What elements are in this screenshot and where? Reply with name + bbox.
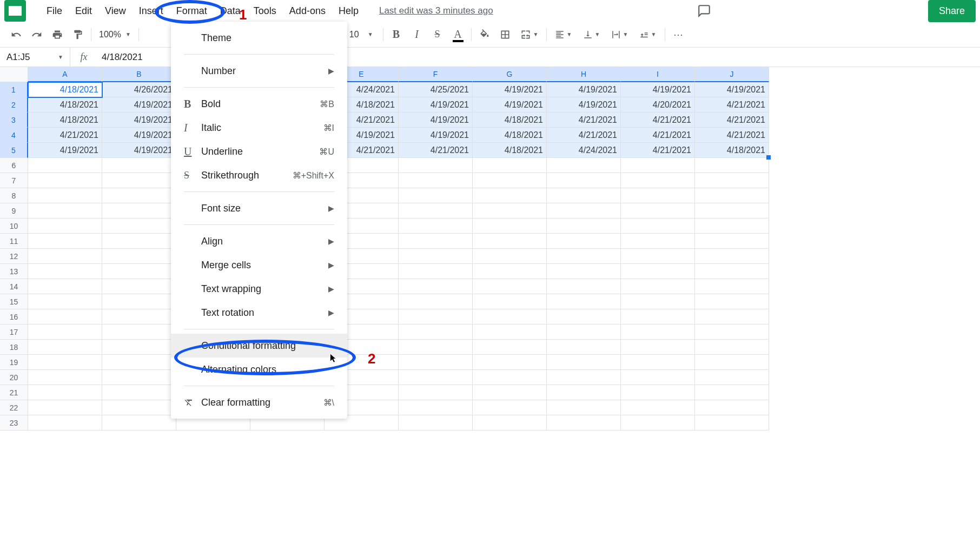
menu-conditional-formatting[interactable]: Conditional formatting xyxy=(171,334,347,358)
cell[interactable] xyxy=(399,309,473,325)
cell[interactable] xyxy=(695,158,769,173)
more-toolbar-button[interactable]: ⋯ xyxy=(668,25,688,44)
cell[interactable] xyxy=(547,203,621,219)
cell[interactable] xyxy=(547,309,621,325)
menu-underline[interactable]: UUnderline⌘U xyxy=(171,140,347,163)
cell[interactable] xyxy=(547,385,621,400)
cell[interactable] xyxy=(695,203,769,219)
cell[interactable] xyxy=(473,355,547,370)
menu-align[interactable]: Align▶ xyxy=(171,229,347,253)
cell[interactable] xyxy=(473,309,547,325)
select-all-corner[interactable] xyxy=(0,67,28,82)
cell[interactable] xyxy=(547,400,621,415)
cell[interactable] xyxy=(102,325,176,340)
cell[interactable]: 4/19/2021 xyxy=(547,97,621,112)
name-box[interactable]: A1:J5 ▼ xyxy=(0,48,70,67)
row-header[interactable]: 16 xyxy=(0,309,28,325)
fill-color-button[interactable] xyxy=(475,25,494,44)
cell[interactable] xyxy=(547,219,621,234)
cell[interactable] xyxy=(399,355,473,370)
cell[interactable] xyxy=(399,370,473,385)
cell[interactable] xyxy=(473,249,547,264)
cell[interactable] xyxy=(399,173,473,188)
row-header[interactable]: 20 xyxy=(0,370,28,385)
cell[interactable] xyxy=(695,249,769,264)
cell[interactable] xyxy=(399,294,473,309)
menu-italic[interactable]: IItalic⌘I xyxy=(171,116,347,140)
cell[interactable] xyxy=(473,400,547,415)
cell[interactable] xyxy=(102,188,176,203)
column-header[interactable]: J xyxy=(695,67,769,82)
menu-font-size[interactable]: Font size▶ xyxy=(171,196,347,220)
cell[interactable] xyxy=(28,158,102,173)
cell[interactable] xyxy=(695,279,769,294)
cell[interactable] xyxy=(621,158,695,173)
cell[interactable]: 4/19/2021 xyxy=(399,112,473,128)
cell[interactable] xyxy=(102,203,176,219)
cell[interactable] xyxy=(399,249,473,264)
cell[interactable] xyxy=(621,340,695,355)
menu-view[interactable]: View xyxy=(100,2,131,20)
cell[interactable] xyxy=(399,188,473,203)
row-header[interactable]: 19 xyxy=(0,355,28,370)
cell[interactable] xyxy=(102,309,176,325)
cell[interactable] xyxy=(695,400,769,415)
row-header[interactable]: 17 xyxy=(0,325,28,340)
cell[interactable]: 4/18/2021 xyxy=(473,128,547,143)
cell[interactable] xyxy=(399,340,473,355)
sheets-logo[interactable] xyxy=(4,0,26,22)
cell[interactable] xyxy=(547,234,621,249)
cell[interactable] xyxy=(621,279,695,294)
formula-input[interactable]: 4/18/2021 xyxy=(97,52,147,63)
menu-bold[interactable]: BBold⌘B xyxy=(171,92,347,116)
cell[interactable] xyxy=(399,279,473,294)
redo-button[interactable] xyxy=(27,25,47,44)
cell[interactable] xyxy=(547,370,621,385)
cell[interactable] xyxy=(621,385,695,400)
cell[interactable]: 4/21/2021 xyxy=(695,97,769,112)
cell[interactable] xyxy=(102,355,176,370)
cell[interactable] xyxy=(102,279,176,294)
cell[interactable]: 4/18/2021 xyxy=(695,143,769,158)
cell[interactable]: 4/19/2021 xyxy=(102,143,176,158)
cell[interactable] xyxy=(28,249,102,264)
cell[interactable] xyxy=(547,249,621,264)
cell[interactable] xyxy=(473,340,547,355)
row-header[interactable]: 2 xyxy=(0,97,28,112)
menu-text-wrapping[interactable]: Text wrapping▶ xyxy=(171,277,347,301)
cell[interactable] xyxy=(621,264,695,279)
cell[interactable] xyxy=(547,279,621,294)
row-header[interactable]: 8 xyxy=(0,188,28,203)
cell[interactable] xyxy=(102,234,176,249)
cell[interactable]: 4/19/2021 xyxy=(399,97,473,112)
cell[interactable]: 4/21/2021 xyxy=(28,128,102,143)
last-edit-link[interactable]: Last edit was 3 minutes ago xyxy=(379,5,493,16)
cell[interactable]: 4/18/2021 xyxy=(28,82,102,97)
cell[interactable]: 4/25/2021 xyxy=(399,82,473,97)
cell[interactable] xyxy=(547,340,621,355)
cell[interactable] xyxy=(473,415,547,431)
cell[interactable]: 4/19/2021 xyxy=(473,82,547,97)
row-header[interactable]: 13 xyxy=(0,264,28,279)
cell[interactable] xyxy=(473,385,547,400)
paint-format-button[interactable] xyxy=(68,25,88,44)
bold-button[interactable]: B xyxy=(387,25,406,44)
row-header[interactable]: 5 xyxy=(0,143,28,158)
cell[interactable]: 4/21/2021 xyxy=(547,112,621,128)
menu-tools[interactable]: Tools xyxy=(248,2,282,20)
cell[interactable]: 4/18/2021 xyxy=(28,97,102,112)
vertical-align-button[interactable]: ▼ xyxy=(578,25,605,44)
cell[interactable] xyxy=(621,188,695,203)
cell[interactable] xyxy=(102,370,176,385)
cell[interactable] xyxy=(28,279,102,294)
borders-button[interactable] xyxy=(495,25,515,44)
cell[interactable] xyxy=(621,400,695,415)
row-header[interactable]: 3 xyxy=(0,112,28,128)
row-header[interactable]: 12 xyxy=(0,249,28,264)
column-header[interactable]: F xyxy=(399,67,473,82)
cell[interactable] xyxy=(102,249,176,264)
cell[interactable] xyxy=(399,219,473,234)
cell[interactable] xyxy=(695,385,769,400)
cell[interactable] xyxy=(547,294,621,309)
cell[interactable] xyxy=(473,264,547,279)
